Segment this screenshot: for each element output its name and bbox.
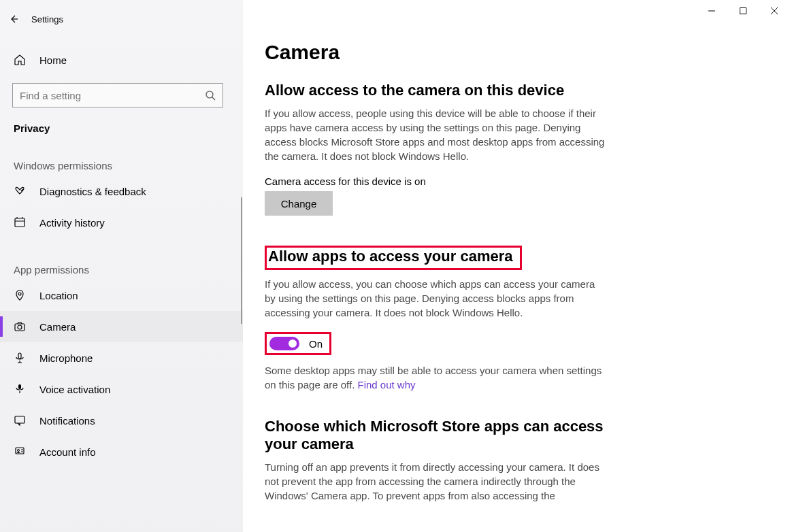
nav-label: Account info: [39, 446, 96, 458]
microphone-icon: [14, 352, 26, 364]
sidebar-item-home[interactable]: Home: [0, 45, 243, 75]
svg-point-2: [18, 293, 21, 295]
allow-apps-toggle[interactable]: [269, 337, 299, 350]
sidebar-item-camera[interactable]: Camera: [0, 311, 243, 342]
sidebar-scrollbar[interactable]: [241, 197, 242, 324]
nav-label: Diagnostics & feedback: [39, 186, 146, 197]
voice-icon: [14, 383, 26, 395]
maximize-button[interactable]: [727, 0, 759, 22]
toggle-state-label: On: [309, 338, 323, 350]
section2-heading: Allow apps to access your camera: [268, 248, 513, 265]
sidebar: Settings Home Privacy Windows permission…: [0, 0, 243, 532]
nav-label: Notifications: [39, 415, 95, 427]
section2-note: Some desktop apps may still be able to a…: [265, 363, 605, 392]
nav-label: Location: [39, 290, 78, 301]
nav-label: Voice activation: [39, 384, 110, 395]
section3-heading: Choose which Microsoft Store apps can ac…: [265, 418, 605, 453]
highlight-toggle: On: [265, 332, 331, 355]
note-text: Some desktop apps may still be able to a…: [265, 365, 602, 390]
activity-icon: [14, 216, 26, 229]
minimize-button[interactable]: [696, 0, 727, 22]
home-label: Home: [39, 54, 67, 66]
sidebar-item-diagnostics[interactable]: Diagnostics & feedback: [0, 176, 243, 207]
find-out-why-link[interactable]: Find out why: [358, 379, 416, 390]
notifications-icon: [14, 414, 26, 427]
sidebar-item-location[interactable]: Location: [0, 280, 243, 311]
group-label-windows-permissions: Windows permissions: [0, 134, 243, 176]
account-icon: [14, 446, 26, 458]
camera-access-status: Camera access for this device is on: [265, 176, 763, 187]
sidebar-item-activity[interactable]: Activity history: [0, 207, 243, 238]
back-button[interactable]: [8, 14, 19, 24]
camera-icon: [14, 320, 26, 333]
page-title: Camera: [265, 41, 763, 64]
sidebar-item-account[interactable]: Account info: [0, 436, 243, 467]
svg-point-9: [18, 450, 20, 452]
nav-label: Camera: [39, 321, 76, 333]
svg-point-4: [18, 325, 22, 329]
svg-rect-1: [15, 218, 24, 227]
category-header: Privacy: [0, 107, 243, 134]
svg-rect-10: [740, 8, 746, 14]
section1-heading: Allow access to the camera on this devic…: [265, 82, 763, 99]
close-button[interactable]: [759, 0, 790, 22]
highlight-heading: Allow apps to access your camera: [265, 246, 522, 270]
svg-rect-5: [18, 353, 21, 359]
nav-label: Activity history: [39, 217, 105, 229]
location-icon: [14, 289, 26, 301]
sidebar-item-voice[interactable]: Voice activation: [0, 373, 243, 405]
svg-rect-7: [15, 416, 24, 423]
search-field[interactable]: [20, 90, 205, 101]
section3-desc: Turning off an app prevents it from dire…: [265, 460, 605, 503]
svg-point-0: [206, 91, 213, 98]
group-label-app-permissions: App permissions: [0, 238, 243, 280]
home-icon: [14, 54, 26, 66]
nav-label: Microphone: [39, 352, 93, 364]
section2-desc: If you allow access, you can choose whic…: [265, 277, 605, 320]
window-controls: [696, 0, 790, 22]
content-area: Camera Allow access to the camera on thi…: [243, 0, 790, 532]
titlebar-left: Settings: [0, 5, 243, 33]
section1-desc: If you allow access, people using this d…: [265, 106, 605, 163]
toggle-knob: [289, 339, 297, 348]
search-input[interactable]: [12, 83, 223, 107]
diagnostics-icon: [14, 185, 26, 197]
change-button[interactable]: Change: [265, 191, 333, 216]
svg-rect-6: [18, 384, 21, 389]
sidebar-item-notifications[interactable]: Notifications: [0, 405, 243, 436]
sidebar-item-microphone[interactable]: Microphone: [0, 342, 243, 373]
search-icon: [205, 90, 216, 101]
app-title: Settings: [31, 14, 63, 24]
